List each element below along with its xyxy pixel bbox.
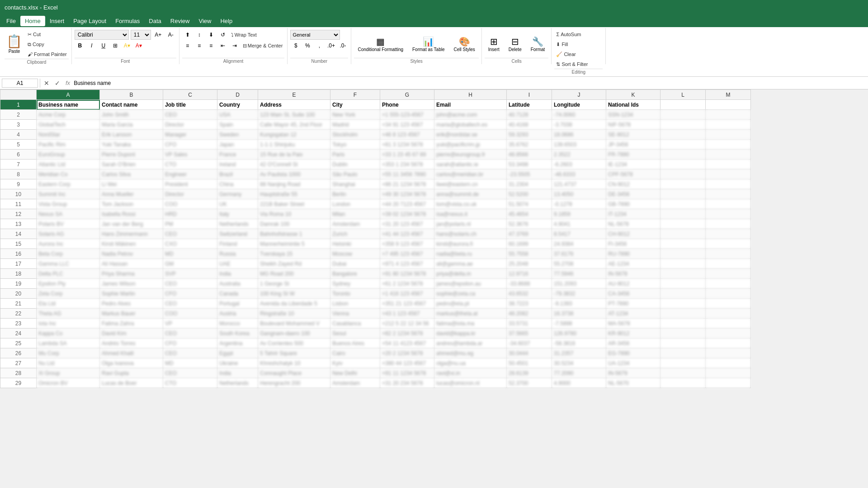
- cell-22-12[interactable]: [660, 309, 706, 319]
- cell-11-9[interactable]: 51.5074: [507, 199, 552, 209]
- cell-8-1[interactable]: Meridian Co: [37, 169, 100, 179]
- cell-12-4[interactable]: Italy: [217, 209, 258, 219]
- cell-27-4[interactable]: Ukraine: [217, 358, 258, 368]
- cell-25-6[interactable]: Buenos Aires: [330, 338, 380, 348]
- bold-button[interactable]: B: [75, 41, 85, 51]
- cell-17-2[interactable]: Ali Hassan: [100, 259, 163, 269]
- cell-4-13[interactable]: [706, 130, 751, 140]
- cell-17-9[interactable]: 25.2048: [507, 259, 552, 269]
- cell-29-2[interactable]: Lucas de Boer: [100, 378, 163, 388]
- cell-23-2[interactable]: Fatima Zahra: [100, 319, 163, 328]
- cell-25-8[interactable]: andres@lambda.ar: [434, 338, 507, 348]
- cell-styles-btn[interactable]: 🎨 Cell Styles: [450, 32, 479, 56]
- cell-4-11[interactable]: SE-9012: [606, 130, 660, 140]
- cell-20-11[interactable]: CA-3456: [606, 289, 660, 299]
- cell-14-6[interactable]: Zurich: [330, 229, 380, 239]
- cell-14-1[interactable]: Solaris AG: [37, 229, 100, 239]
- cell-7-9[interactable]: 53.3498: [507, 160, 552, 169]
- cell-12-5[interactable]: Via Roma 10: [258, 209, 330, 219]
- cell-28-5[interactable]: Connaught Place: [258, 368, 330, 378]
- cell-3-7[interactable]: +34 91 123 4567: [380, 120, 434, 130]
- cell-4-3[interactable]: Manager: [163, 130, 217, 140]
- cell-25-5[interactable]: Av Corrientes 500: [258, 338, 330, 348]
- cell-11-6[interactable]: London: [330, 199, 380, 209]
- cell-27-12[interactable]: [660, 358, 706, 368]
- cell-22-10[interactable]: 16.3738: [552, 309, 606, 319]
- cell-5-6[interactable]: Tokyo: [330, 140, 380, 150]
- cell-19-9[interactable]: -33.8688: [507, 279, 552, 289]
- cell-16-5[interactable]: Tverskaya 15: [258, 249, 330, 259]
- cell-5-2[interactable]: Yuki Tanaka: [100, 140, 163, 150]
- cell-14-2[interactable]: Hans Zimmermann: [100, 229, 163, 239]
- cell-23-6[interactable]: Casablanca: [330, 319, 380, 328]
- underline-button[interactable]: U: [98, 41, 109, 51]
- cell-16-4[interactable]: Russia: [217, 249, 258, 259]
- cell-12-7[interactable]: +39 02 1234 5678: [380, 209, 434, 219]
- cell-18-13[interactable]: [706, 269, 751, 279]
- cell-13-13[interactable]: [706, 219, 751, 229]
- cell-11-8[interactable]: tom@vista.co.uk: [434, 199, 507, 209]
- menu-review[interactable]: Review: [166, 16, 194, 26]
- cell-11-1[interactable]: Vista Group: [37, 199, 100, 209]
- cell-29-3[interactable]: CTO: [163, 378, 217, 388]
- cell-16-13[interactable]: [706, 249, 751, 259]
- cell-13-2[interactable]: Jan van der Berg: [100, 219, 163, 229]
- cell-15-3[interactable]: CXO: [163, 239, 217, 249]
- cell-17-3[interactable]: GM: [163, 259, 217, 269]
- cell-29-5[interactable]: Herengracht 200: [258, 378, 330, 388]
- cell-15-4[interactable]: Finland: [217, 239, 258, 249]
- cell-18-7[interactable]: +91 80 1234 5678: [380, 269, 434, 279]
- cell-10-3[interactable]: Director: [163, 189, 217, 199]
- cell-11-5[interactable]: 221B Baker Street: [258, 199, 330, 209]
- cell-4-6[interactable]: Stockholm: [330, 130, 380, 140]
- cell-1-5[interactable]: Address: [258, 100, 330, 110]
- cell-10-13[interactable]: [706, 189, 751, 199]
- cell-26-8[interactable]: ahmed@mu.eg: [434, 348, 507, 358]
- cell-9-12[interactable]: [660, 179, 706, 189]
- cell-20-8[interactable]: sophie@zeta.ca: [434, 289, 507, 299]
- cell-22-6[interactable]: Vienna: [330, 309, 380, 319]
- cell-28-10[interactable]: 77.2090: [552, 368, 606, 378]
- cell-14-7[interactable]: +41 44 123 4567: [380, 229, 434, 239]
- cell-26-3[interactable]: CEO: [163, 348, 217, 358]
- cell-1-4[interactable]: Country: [217, 100, 258, 110]
- cell-2-5[interactable]: 123 Main St, Suite 100: [258, 110, 330, 120]
- cell-18-1[interactable]: Delta PLC: [37, 269, 100, 279]
- cell-18-11[interactable]: IN-5678: [606, 269, 660, 279]
- cell-7-4[interactable]: Ireland: [217, 160, 258, 169]
- cell-29-6[interactable]: Amsterdam: [330, 378, 380, 388]
- cell-23-1[interactable]: Iota Inc: [37, 319, 100, 328]
- cell-12-13[interactable]: [706, 209, 751, 219]
- cancel-formula-btn[interactable]: ✕: [42, 80, 51, 87]
- cell-5-8[interactable]: yuki@pacificrim.jp: [434, 140, 507, 150]
- cell-29-7[interactable]: +31 20 234 5678: [380, 378, 434, 388]
- cell-17-1[interactable]: Gamma LLC: [37, 259, 100, 269]
- number-format-select[interactable]: General Number Currency Short Date Long …: [290, 30, 340, 40]
- cell-28-11[interactable]: IN-5679: [606, 368, 660, 378]
- cell-22-9[interactable]: 48.2082: [507, 309, 552, 319]
- cell-12-6[interactable]: Milan: [330, 209, 380, 219]
- cell-28-1[interactable]: Xi Group: [37, 368, 100, 378]
- cell-7-3[interactable]: CTO: [163, 160, 217, 169]
- cell-2-10[interactable]: -74.0060: [552, 110, 606, 120]
- percent-btn[interactable]: %: [302, 41, 313, 51]
- cell-20-7[interactable]: +1 416 123 4567: [380, 289, 434, 299]
- col-header-B[interactable]: B: [100, 90, 163, 100]
- cell-9-4[interactable]: China: [217, 179, 258, 189]
- cell-28-6[interactable]: New Delhi: [330, 368, 380, 378]
- paste-button[interactable]: 📋 Paste: [5, 30, 24, 59]
- cell-29-8[interactable]: lucas@omicron.nl: [434, 378, 507, 388]
- cell-5-1[interactable]: Pacific Rim: [37, 140, 100, 150]
- cell-6-1[interactable]: EuroGroup: [37, 150, 100, 160]
- cell-16-12[interactable]: [660, 249, 706, 259]
- cell-3-3[interactable]: Director: [163, 120, 217, 130]
- cell-15-13[interactable]: [706, 239, 751, 249]
- cell-5-4[interactable]: Japan: [217, 140, 258, 150]
- cell-1-3[interactable]: Job title: [163, 100, 217, 110]
- cell-2-7[interactable]: +1 555-123-4567: [380, 110, 434, 120]
- cell-5-13[interactable]: [706, 140, 751, 150]
- cell-7-1[interactable]: Atlantic Ltd: [37, 160, 100, 169]
- cell-10-8[interactable]: anna@summit.de: [434, 189, 507, 199]
- cell-15-10[interactable]: 24.9384: [552, 239, 606, 249]
- cell-25-9[interactable]: -34.6037: [507, 338, 552, 348]
